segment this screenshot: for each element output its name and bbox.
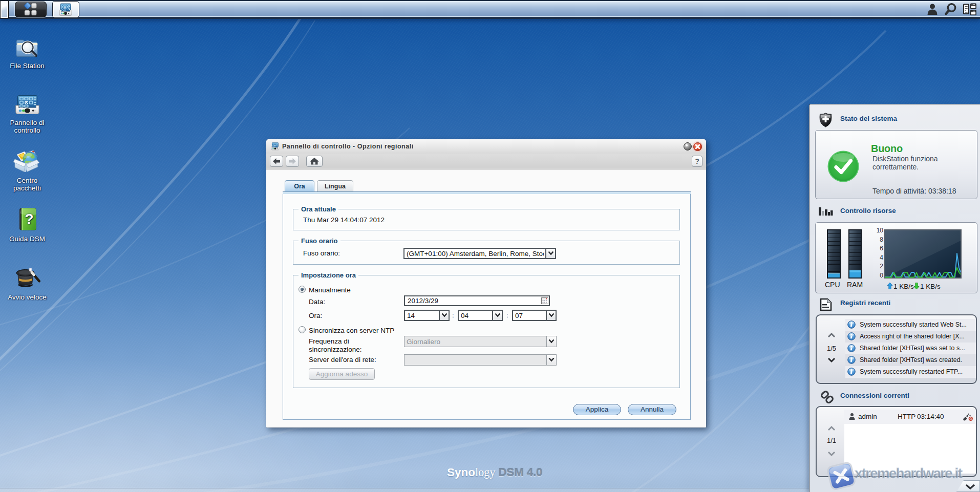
svg-text:?: ? bbox=[25, 211, 33, 227]
